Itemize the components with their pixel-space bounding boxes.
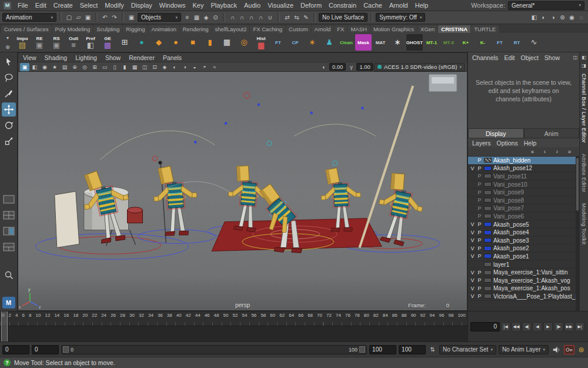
floating-cube-prop[interactable]: [429, 74, 457, 92]
panel-menu-item[interactable]: Show: [105, 54, 121, 61]
field-chart-icon[interactable]: ▦: [130, 63, 139, 71]
construction-history-icon[interactable]: ✎: [302, 13, 310, 22]
layer-playback-toggle[interactable]: P: [477, 230, 482, 236]
shelf-tab[interactable]: FX: [334, 25, 347, 33]
layer-visibility-toggle[interactable]: V: [470, 277, 475, 283]
layer-visibility-toggle[interactable]: V: [470, 165, 475, 171]
new-scene-icon[interactable]: ▢: [65, 13, 74, 22]
range-spinner-icon[interactable]: ⇅: [428, 345, 437, 354]
mt0-shelf-button[interactable]: MT-0: [440, 34, 457, 51]
rotate-tool-button[interactable]: [2, 118, 16, 132]
go-to-start-button[interactable]: |◀: [501, 322, 510, 331]
grid-shelf-button[interactable]: ⊞: [116, 34, 133, 51]
shelf-tab[interactable]: XGen: [417, 25, 437, 33]
safe-action-icon[interactable]: ◫: [140, 63, 149, 71]
layer-row[interactable]: V P Akash_pose4: [468, 228, 579, 237]
menu-item[interactable]: Modify: [101, 1, 127, 9]
redo-icon[interactable]: ↷: [110, 13, 119, 22]
selection-mask-icon[interactable]: ▣: [127, 13, 136, 22]
layout-three-pane-button[interactable]: [2, 240, 16, 254]
panel-menu-item[interactable]: View: [23, 54, 36, 61]
layer-color-swatch[interactable]: [484, 158, 492, 163]
ft-shelf-button[interactable]: FT: [270, 34, 286, 51]
shelf-tab-menu-icon[interactable]: ▾: [4, 34, 12, 42]
play-forwards-button[interactable]: ▶: [543, 322, 553, 331]
star-shelf-button[interactable]: ∗: [304, 34, 320, 51]
workspace-selector[interactable]: General* ▾: [508, 1, 584, 10]
motion-blur-icon[interactable]: ◓: [200, 63, 209, 71]
menu-item[interactable]: Arnold: [386, 1, 412, 9]
rt-shelf-button[interactable]: RT: [509, 34, 525, 51]
panel-menu-item[interactable]: Shading: [45, 54, 68, 61]
layer-color-swatch[interactable]: [484, 174, 492, 178]
maya-badge[interactable]: M: [2, 297, 15, 309]
layer-color-swatch[interactable]: [484, 286, 492, 291]
sidebar-tab[interactable]: Channel Box / Layer Editor: [581, 74, 587, 143]
animation-start-field[interactable]: 0: [2, 345, 29, 354]
layer-row[interactable]: V P Maya_exercise_1:Akash_pos: [468, 285, 579, 293]
outliner-shelf-button[interactable]: Outl ≡: [65, 34, 82, 51]
layer-scrollbar[interactable]: [576, 157, 579, 311]
channel-box-menu-item[interactable]: Edit: [504, 54, 514, 61]
preferences-shelf-button[interactable]: Pref ◧: [82, 34, 99, 51]
mute-audio-icon[interactable]: [551, 345, 562, 354]
layer-editor-menu-item[interactable]: Layers: [472, 140, 491, 147]
layer-visibility-toggle[interactable]: V: [470, 230, 475, 236]
shelf-tab[interactable]: CRISTINA: [438, 25, 470, 33]
menu-item[interactable]: Audio: [240, 1, 264, 9]
select-component-icon[interactable]: ◈: [202, 13, 211, 22]
shelf-tab[interactable]: Sculpting: [93, 25, 122, 33]
layer-visibility-toggle[interactable]: V: [470, 286, 475, 291]
layer-playback-toggle[interactable]: P: [477, 237, 482, 243]
output-connections-icon[interactable]: ⇆: [292, 13, 301, 22]
gate-mask-icon[interactable]: ▮: [120, 63, 129, 71]
layer-row[interactable]: P Vani_pose11: [468, 173, 579, 181]
layer-playback-toggle[interactable]: P: [477, 190, 482, 195]
menu-item[interactable]: Display: [128, 1, 156, 9]
poly-torus-shelf-button[interactable]: ◎: [236, 34, 252, 51]
camera-attributes-icon[interactable]: ◉: [40, 63, 49, 71]
layer-playback-toggle[interactable]: P: [477, 221, 482, 227]
menu-item[interactable]: Deform: [297, 1, 325, 9]
scale-tool-button[interactable]: [2, 134, 16, 148]
menu-item[interactable]: Constrain: [325, 1, 360, 9]
key-minus-shelf-button[interactable]: K-: [475, 34, 491, 51]
layer-color-swatch[interactable]: [484, 206, 492, 211]
layer-row[interactable]: V P Akash_pose5: [468, 221, 579, 229]
layer-row[interactable]: V P VictoriaA___Pose_1:Playblast_Loop: [468, 293, 579, 301]
selection-mask-selector[interactable]: Objects ▾: [138, 13, 181, 22]
layer-color-swatch[interactable]: [484, 166, 492, 171]
layer-color-swatch[interactable]: [484, 182, 492, 187]
poly-sphere-shelf-button[interactable]: ●: [168, 34, 184, 51]
exposure-icon[interactable]: ◐: [319, 63, 329, 71]
default-lighting-icon[interactable]: ◐: [170, 63, 179, 71]
layer-visibility-toggle[interactable]: V: [470, 270, 475, 276]
viewport-3d-scene[interactable]: y x z: [18, 72, 467, 310]
layer-playback-toggle[interactable]: P: [477, 286, 482, 291]
layer-color-swatch[interactable]: [484, 294, 492, 299]
channel-slider-mode-icon[interactable]: ◫: [572, 54, 579, 61]
layer-playback-toggle[interactable]: P: [477, 213, 482, 219]
go-to-end-button[interactable]: ▶|: [575, 322, 584, 331]
character-shelf-button[interactable]: ♟: [321, 34, 338, 51]
channel-box-menu-item[interactable]: Show: [544, 54, 560, 61]
menu-item[interactable]: Playback: [207, 1, 240, 9]
help-icon[interactable]: ?: [4, 359, 11, 366]
light-editor-icon[interactable]: ◌: [577, 13, 586, 22]
layer-row[interactable]: layer1: [468, 261, 579, 269]
oversampling-icon[interactable]: ◎: [80, 63, 89, 71]
shelf-tab[interactable]: Rendering: [180, 25, 212, 33]
layer-row[interactable]: V P Akash_pose2: [468, 245, 579, 253]
layer-color-swatch[interactable]: [484, 254, 492, 258]
menu-item[interactable]: Select: [76, 1, 102, 9]
select-tool-button[interactable]: [2, 55, 16, 69]
layer-row[interactable]: V P Maya_exercise_1:Vani_sittin: [468, 268, 579, 277]
anim-layer-selector[interactable]: No Anim Layer ▾: [499, 345, 549, 354]
ghost-shelf-button[interactable]: GHOST: [406, 34, 423, 51]
key-plus-shelf-button[interactable]: K+: [457, 34, 474, 51]
lasso-tool-button[interactable]: [2, 71, 16, 85]
menu-item[interactable]: Create: [50, 1, 76, 9]
shelf-tab[interactable]: FX Caching: [250, 25, 285, 33]
layer-playback-toggle[interactable]: P: [477, 253, 482, 259]
layer-row[interactable]: P Vani_pose10: [468, 181, 579, 189]
